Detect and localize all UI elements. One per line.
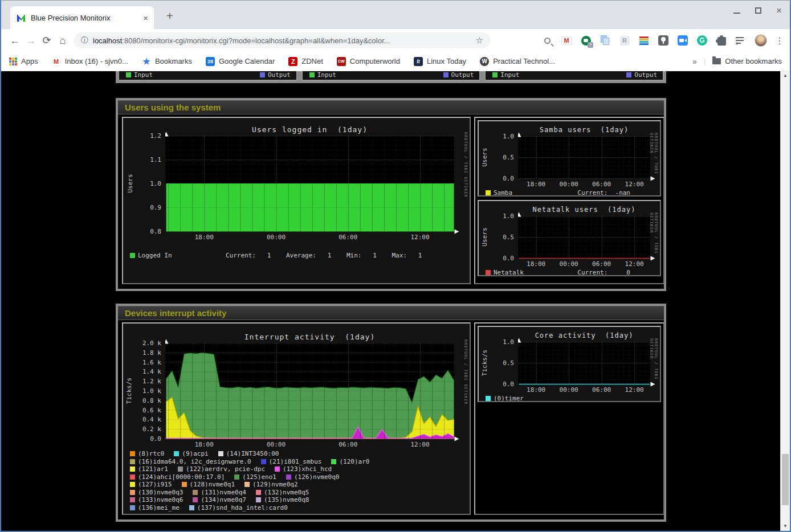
legend-label: Samba: [494, 189, 512, 197]
chart-legend-row: (121)ar1(122)aerdrv, pcie-dpc(123)xhci_h…: [130, 465, 341, 473]
site-info-icon[interactable]: ⓘ: [81, 35, 88, 46]
rrdtool-watermark: RRDTOOL / TOBI OETIKER: [463, 132, 468, 198]
legend-label: (9)acpi: [182, 450, 208, 457]
legend-label: (127)i915: [138, 481, 172, 488]
x-tick-label: 18:00: [193, 441, 215, 448]
linux-today-icon: lt: [414, 57, 423, 66]
minimize-button[interactable]: [733, 13, 740, 14]
bookmark-google-calendar[interactable]: 28 Google Calendar: [206, 57, 275, 66]
legend-item: (133)nvme0q6: [130, 496, 183, 504]
extensions-puzzle-icon[interactable]: [716, 35, 727, 46]
bookmark-computerworld[interactable]: CW Computerworld: [337, 57, 400, 66]
bookmark-inbox[interactable]: M Inbox (16) - sjvn0...: [52, 57, 128, 66]
scroll-down-icon[interactable]: ▼: [781, 522, 790, 531]
reader-extension-icon[interactable]: R: [619, 35, 630, 46]
legend-label: (121)ar1: [138, 465, 168, 473]
x-tick-label: 06:00: [590, 181, 613, 188]
apps-grid-icon: [9, 58, 17, 66]
bookmark-star-icon[interactable]: ☆: [476, 35, 483, 46]
legend-item: (8)rtc0: [130, 450, 164, 457]
section-users-title: Users using the system: [118, 100, 664, 114]
y-tick-label: 1.8 k: [123, 349, 161, 357]
bookmark-bookmarks[interactable]: ★ Bookmarks: [142, 57, 192, 66]
legend-label: (128)nvme0q1: [190, 481, 235, 488]
profile-avatar[interactable]: [755, 34, 767, 47]
netatalk-users-graph[interactable]: Netatalk users (1day)UsersRRDTOOL / TOBI…: [478, 200, 661, 276]
legend-item: (121)ar1: [130, 465, 168, 473]
y-tick-label: 0.4 k: [123, 416, 161, 423]
search-extension-icon[interactable]: [541, 35, 553, 46]
legend-item: (123)xhci_hcd: [275, 465, 332, 473]
input-legend-label: Input: [317, 71, 336, 79]
legend-item: (124)ahci[0000:00:17.0]: [130, 473, 225, 481]
legend-item: Netatalk: [486, 269, 524, 276]
legend-item: (0)timer: [486, 395, 524, 402]
home-button[interactable]: ⌂: [55, 35, 71, 47]
books-extension-icon[interactable]: [638, 35, 650, 46]
chart-plot: [518, 131, 656, 181]
scrollbar-thumb[interactable]: [782, 454, 789, 505]
bookmark-practical-tech[interactable]: W Practical Technol...: [480, 57, 555, 66]
scroll-up-icon[interactable]: ▲: [781, 71, 790, 80]
chart-plot: [518, 211, 656, 261]
grammarly-extension-icon[interactable]: G: [696, 35, 708, 46]
y-tick-label: 0.9: [123, 204, 161, 211]
new-tab-button[interactable]: +: [166, 10, 173, 23]
legend-item: (127)i915: [130, 481, 172, 488]
legend-item: (16)idma64.0, i2c_designware.0: [130, 458, 251, 465]
maximize-button[interactable]: [755, 7, 761, 14]
zoom-extension-icon[interactable]: [677, 35, 688, 46]
chart-stats: Current: -nan: [577, 189, 630, 197]
x-tick-label: 18:00: [525, 181, 548, 188]
bookmark-linux-today[interactable]: lt Linux Today: [414, 57, 466, 66]
playlist-extension-icon[interactable]: ♪: [735, 35, 747, 46]
x-tick-label: 18:00: [525, 386, 548, 394]
core-activity-graph[interactable]: Core activity (1day)Ticks/sRRDTOOL / TOB…: [478, 326, 661, 402]
legend-swatch: [193, 490, 198, 495]
browser-tab[interactable]: Blue Precision Monitorix ×: [10, 6, 154, 29]
legend-label: (131)nvme0q4: [201, 489, 246, 496]
other-bookmarks-button[interactable]: Other bookmarks: [725, 57, 782, 66]
scrollbar[interactable]: ▲ ▼: [780, 71, 790, 531]
legend-label: (126)nvme0q0: [294, 473, 339, 481]
legend-swatch: [174, 451, 179, 456]
tab-close-icon[interactable]: ×: [143, 13, 148, 23]
users-logged-in-graph[interactable]: Users logged in (1day)UsersRRDTOOL / TOB…: [122, 117, 471, 284]
copy-pages-extension-icon[interactable]: [600, 35, 611, 46]
reload-button[interactable]: ⟳: [39, 34, 55, 47]
legend-swatch: [486, 190, 491, 195]
bookmark-label: Inbox (16) - sjvn0...: [65, 57, 128, 66]
chart-plot: [518, 337, 656, 387]
legend-item: (130)nvme0q3: [130, 489, 183, 496]
session-extension-icon[interactable]: [658, 35, 669, 46]
legend-swatch: [130, 451, 135, 456]
bookmark-zdnet[interactable]: Z ZDNet: [288, 57, 323, 66]
x-tick-label: 12:00: [623, 386, 646, 394]
input-legend-swatch: [492, 72, 498, 77]
legend-swatch: [218, 451, 223, 456]
chart-legend-row: (127)i915(128)nvme0q1(129)nvme0q2: [130, 481, 308, 488]
interrupt-activity-graph[interactable]: Interrupt activity (1day)Ticks/sRRDTOOL …: [122, 322, 471, 515]
y-tick-label: 1.6 k: [123, 359, 161, 366]
bookmark-apps[interactable]: Apps: [9, 57, 38, 66]
close-button[interactable]: ×: [776, 7, 782, 14]
hangouts-extension-icon[interactable]: ?: [580, 35, 592, 46]
chart-legend: Samba: [486, 189, 522, 197]
legend-label: (125)eno1: [242, 473, 276, 481]
x-tick-label: 12:00: [409, 234, 431, 241]
bookmarks-overflow-icon[interactable]: »: [692, 57, 697, 66]
forward-button[interactable]: →: [23, 35, 39, 47]
gmail-extension-icon[interactable]: M: [561, 35, 572, 46]
x-tick-label: 06:00: [337, 234, 360, 241]
legend-item: (120)ar0: [331, 458, 369, 465]
chart-legend-row: (136)mei_me(137)snd_hda_intel:card0: [130, 504, 297, 511]
address-bar[interactable]: ⓘ localhost :8080/monitorix-cgi/monitori…: [74, 32, 490, 48]
clipped-graph-legend: Input Output: [484, 71, 664, 81]
bookmark-label: Bookmarks: [155, 57, 192, 66]
chrome-menu-icon[interactable]: ⋮: [775, 35, 784, 46]
legend-swatch: [256, 497, 261, 502]
bookmark-label: Apps: [21, 57, 38, 66]
samba-users-graph[interactable]: Samba users (1day)UsersRRDTOOL / TOBI OE…: [478, 120, 661, 197]
back-button[interactable]: ←: [7, 35, 23, 47]
legend-swatch: [286, 474, 291, 480]
